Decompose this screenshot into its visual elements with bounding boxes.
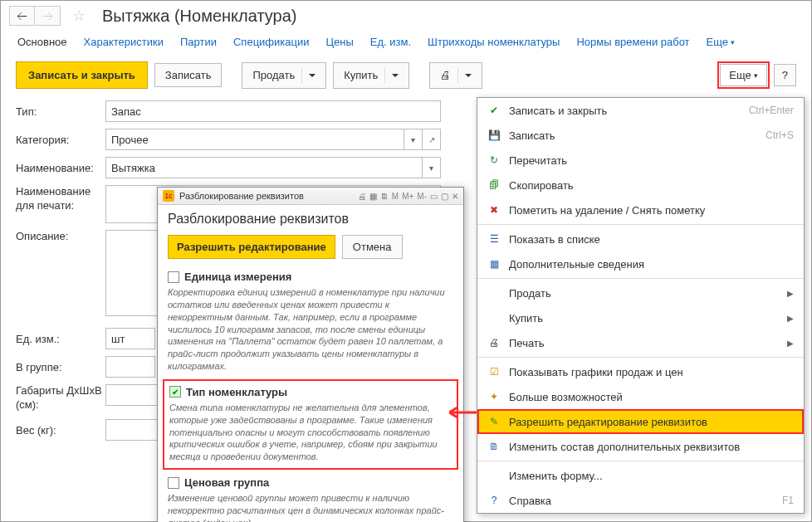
checkbox-icon: ☑	[487, 365, 501, 378]
copy-icon: 🗐	[487, 178, 501, 192]
more-button[interactable]: Еще▾	[720, 64, 766, 86]
weight-label: Вес (кг):	[16, 424, 105, 437]
blank-icon	[487, 469, 501, 482]
checkbox-icon	[168, 271, 179, 283]
tab-more[interactable]: Еще▾	[707, 36, 735, 48]
tb-doc-icon[interactable]: 🗎	[380, 192, 389, 201]
menu-show-list[interactable]: ☰ Показать в списке	[477, 227, 804, 251]
name-dropdown-icon[interactable]: ▾	[423, 157, 441, 178]
tb-cal-icon[interactable]: ▦	[369, 192, 377, 201]
blank-icon	[487, 286, 501, 300]
tb-mminus-icon[interactable]: M-	[417, 192, 427, 201]
save-close-button[interactable]: Записать и закрыть	[16, 61, 148, 89]
close-icon[interactable]: ✕	[452, 192, 458, 201]
cancel-button[interactable]: Отмена	[342, 235, 403, 259]
uom-input[interactable]: шт	[105, 328, 155, 349]
menu-show-graphs[interactable]: ☑ Показывать графики продаж и цен	[477, 359, 804, 384]
chk-type-label: Тип номенклатуры	[186, 386, 287, 398]
tab-characteristics[interactable]: Характеристики	[84, 36, 164, 48]
favorite-icon[interactable]: ☆	[72, 7, 86, 25]
menu-help[interactable]: ? Справка F1	[477, 488, 804, 513]
tb-min-icon[interactable]: ▭	[430, 192, 438, 201]
help-button[interactable]: ?	[774, 64, 796, 86]
tab-prices[interactable]: Цены	[325, 36, 353, 48]
menu-more-opts[interactable]: ✦ Больше возможностей	[477, 384, 804, 409]
print-button[interactable]: 🖨	[429, 62, 482, 89]
tab-specs[interactable]: Спецификации	[233, 36, 310, 48]
category-dropdown-icon[interactable]: ▾	[404, 129, 423, 150]
print-name-label: Наименование для печати:	[16, 185, 105, 213]
check-icon: ✔	[487, 104, 501, 117]
sell-button[interactable]: Продать	[242, 62, 326, 89]
desc-price: Изменение ценовой группы может привести …	[168, 492, 453, 522]
printer-icon: 🖨	[440, 69, 451, 81]
menu-mark-delete[interactable]: ✖ Пометить на удаление / Снять пометку	[477, 198, 804, 222]
disk-icon: 💾	[487, 129, 501, 142]
dialog-title: Разблокирование реквизитов	[179, 191, 304, 201]
nav-arrows: 🡠 🡢	[9, 6, 61, 26]
chevron-right-icon: ▶	[787, 339, 794, 348]
save-button[interactable]: Записать	[154, 63, 223, 87]
tab-norms[interactable]: Нормы времени работ	[576, 36, 689, 48]
info-icon: ▦	[487, 257, 501, 271]
menu-print[interactable]: 🖨 Печать ▶	[477, 330, 804, 355]
dims-label: Габариты ДxШxВ (см):	[16, 384, 105, 412]
tb-m-icon[interactable]: M	[392, 192, 399, 201]
help-icon: ?	[487, 494, 501, 507]
checkbox-icon	[168, 477, 179, 489]
category-open-icon[interactable]: ↗	[423, 129, 441, 150]
menu-copy[interactable]: 🗐 Скопировать	[477, 173, 804, 198]
desc-type: Смена типа номенклатуры не желательна дл…	[169, 402, 452, 463]
dialog-titlebar: 1c Разблокирование реквизитов 🖨 ▦ 🗎 M M+…	[158, 188, 463, 205]
allow-edit-button[interactable]: Разрешить редактирование	[168, 235, 335, 259]
menu-reread[interactable]: ↻ Перечитать	[477, 148, 804, 173]
desc-label: Описание:	[16, 230, 105, 242]
star-icon: ✦	[487, 390, 501, 403]
menu-allow-edit[interactable]: ✎ Разрешить редактирование реквизитов	[477, 409, 804, 434]
group-input[interactable]	[105, 356, 155, 378]
type-label: Тип:	[16, 105, 105, 118]
name-label: Наименование:	[16, 162, 105, 174]
settings-icon: 🗎	[487, 440, 501, 453]
chevron-right-icon: ▶	[787, 314, 794, 323]
menu-extra-info[interactable]: ▦ Дополнительные сведения	[477, 251, 804, 276]
group-label: В группе:	[16, 361, 105, 373]
tb-mplus-icon[interactable]: M+	[402, 192, 413, 201]
chk-price-row[interactable]: Ценовая группа	[168, 476, 453, 489]
desc-uom: Корректировка единиц измерений в номенкл…	[168, 286, 453, 373]
chk-uom-label: Единица измерения	[184, 271, 291, 283]
name-input[interactable]: Вытяжка	[105, 157, 423, 178]
page-title: Вытяжка (Номенклатура)	[97, 7, 297, 26]
tab-barcodes[interactable]: Штрихкоды номенклатуры	[428, 36, 560, 48]
menu-save-close[interactable]: ✔ Записать и закрыть Ctrl+Enter	[477, 98, 804, 123]
app-icon: 1c	[163, 190, 174, 202]
tb-print-icon[interactable]: 🖨	[358, 192, 366, 201]
tab-uom[interactable]: Ед. изм.	[370, 36, 411, 48]
list-icon: ☰	[487, 232, 501, 246]
nav-forward-button[interactable]: 🡢	[35, 7, 60, 25]
menu-change-form[interactable]: Изменить форму...	[477, 463, 804, 488]
delete-icon: ✖	[487, 203, 501, 217]
category-label: Категория:	[16, 134, 105, 146]
toolbar: Записать и закрыть Записать Продать Купи…	[1, 58, 811, 97]
refresh-icon: ↻	[487, 154, 501, 167]
printer-icon: 🖨	[487, 336, 501, 349]
tab-main[interactable]: Основное	[17, 36, 67, 48]
nav-back-button[interactable]: 🡠	[10, 7, 35, 25]
edit-icon: ✎	[487, 415, 501, 428]
category-input[interactable]: Прочее	[105, 129, 404, 150]
type-input[interactable]: Запас	[105, 100, 441, 122]
chk-uom-row[interactable]: Единица измерения	[168, 271, 453, 283]
menu-sell[interactable]: Продать ▶	[477, 281, 804, 305]
tab-parts[interactable]: Партии	[180, 36, 217, 48]
menu-change-comp[interactable]: 🗎 Изменить состав дополнительных реквизи…	[477, 434, 804, 459]
checkbox-checked-icon: ✔	[169, 386, 181, 398]
buy-button[interactable]: Купить	[333, 62, 409, 89]
tabs-bar: Основное Характеристики Партии Специфика…	[1, 31, 811, 58]
chk-type-row[interactable]: ✔ Тип номенклатуры	[169, 386, 452, 398]
tb-max-icon[interactable]: ▢	[441, 192, 448, 201]
dialog-heading: Разблокирование реквизитов	[168, 212, 453, 227]
menu-save[interactable]: 💾 Записать Ctrl+S	[477, 123, 804, 148]
chk-price-label: Ценовая группа	[184, 476, 269, 489]
menu-buy[interactable]: Купить ▶	[477, 305, 804, 330]
